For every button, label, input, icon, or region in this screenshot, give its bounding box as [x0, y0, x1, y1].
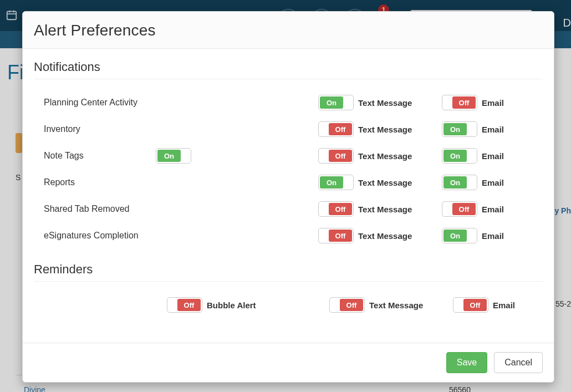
notification-text-col: OffText Message: [318, 228, 442, 243]
notification-email-col: OffEmail: [442, 95, 531, 110]
notification-label: Inventory: [34, 124, 156, 134]
text-message-label: Text Message: [358, 178, 412, 187]
notification-row: ReportsOnText MessageOnEmail: [34, 169, 543, 196]
section-divider: [34, 79, 543, 79]
text-message-label: Text Message: [369, 301, 423, 310]
reminder-row: OffBubble AlertOffText MessageOffEmail: [34, 292, 543, 318]
email-toggle[interactable]: On: [442, 121, 477, 137]
save-button[interactable]: Save: [446, 352, 487, 373]
notification-label: eSignatures Completion: [34, 231, 156, 241]
notification-email-col: OnEmail: [442, 228, 531, 243]
text-toggle[interactable]: On: [318, 175, 354, 190]
text-toggle[interactable]: Off: [318, 201, 354, 217]
modal-title: Alert Preferences: [34, 22, 543, 39]
extra-toggle[interactable]: On: [156, 148, 191, 164]
email-toggle[interactable]: Off: [442, 201, 477, 217]
notification-label: Shared Tab Removed: [34, 204, 156, 214]
notification-row: InventoryOffText MessageOnEmail: [34, 116, 543, 142]
email-label: Email: [482, 151, 504, 161]
email-label: Email: [482, 205, 504, 214]
bubble-toggle[interactable]: Off: [167, 297, 202, 313]
email-toggle[interactable]: On: [442, 148, 477, 164]
email-toggle[interactable]: On: [442, 175, 477, 190]
email-toggle[interactable]: Off: [442, 95, 477, 110]
notification-extra-col: On: [156, 148, 318, 164]
alert-preferences-modal: Alert Preferences Notifications Planning…: [22, 11, 554, 383]
text-message-label: Text Message: [358, 231, 412, 241]
modal-footer: Save Cancel: [23, 343, 554, 382]
modal-header: Alert Preferences: [23, 12, 554, 49]
section-divider: [34, 281, 543, 282]
reminder-email-col: OffEmail: [453, 297, 542, 313]
text-toggle[interactable]: Off: [318, 228, 354, 243]
bubble-alert-label: Bubble Alert: [207, 301, 256, 310]
notification-email-col: OnEmail: [442, 148, 531, 164]
text-message-label: Text Message: [358, 205, 412, 214]
notification-label: Planning Center Activity: [34, 98, 156, 108]
text-toggle[interactable]: Off: [318, 148, 354, 164]
notifications-rows: Planning Center ActivityOnText MessageOf…: [34, 89, 543, 249]
notification-text-col: OffText Message: [318, 121, 442, 137]
notification-row: eSignatures CompletionOffText MessageOnE…: [34, 222, 543, 249]
notification-row: Shared Tab RemovedOffText MessageOffEmai…: [34, 196, 543, 222]
email-label: Email: [482, 125, 504, 134]
section-title-notifications: Notifications: [34, 60, 543, 74]
notification-email-col: OffEmail: [442, 201, 531, 217]
notification-row: Planning Center ActivityOnText MessageOf…: [34, 89, 543, 116]
notification-email-col: OnEmail: [442, 121, 531, 137]
email-label: Email: [493, 301, 515, 310]
notification-text-col: OnText Message: [318, 95, 442, 110]
cancel-button[interactable]: Cancel: [494, 352, 543, 373]
reminders-rows: OffBubble AlertOffText MessageOffEmail: [34, 292, 543, 318]
email-label: Email: [482, 178, 504, 187]
notification-email-col: OnEmail: [442, 175, 531, 190]
email-label: Email: [482, 98, 504, 108]
notification-text-col: OffText Message: [318, 201, 442, 217]
text-message-label: Text Message: [358, 98, 412, 108]
email-label: Email: [482, 231, 504, 241]
email-toggle[interactable]: Off: [453, 297, 488, 313]
notification-label: Note Tags: [34, 151, 156, 161]
notification-text-col: OffText Message: [318, 148, 442, 164]
notification-row: Note TagsOnOffText MessageOnEmail: [34, 142, 543, 169]
notification-text-col: OnText Message: [318, 175, 442, 190]
modal-body: Notifications Planning Center ActivityOn…: [23, 49, 554, 343]
section-title-reminders: Reminders: [34, 262, 543, 277]
reminder-text-col: OffText Message: [329, 297, 453, 313]
text-toggle[interactable]: Off: [318, 121, 354, 137]
text-message-label: Text Message: [358, 125, 412, 134]
text-message-label: Text Message: [358, 151, 412, 161]
text-toggle[interactable]: On: [318, 95, 354, 110]
text-toggle[interactable]: Off: [329, 297, 365, 313]
email-toggle[interactable]: On: [442, 228, 477, 243]
notification-label: Reports: [34, 177, 156, 187]
reminder-bubble-col: OffBubble Alert: [167, 297, 329, 313]
